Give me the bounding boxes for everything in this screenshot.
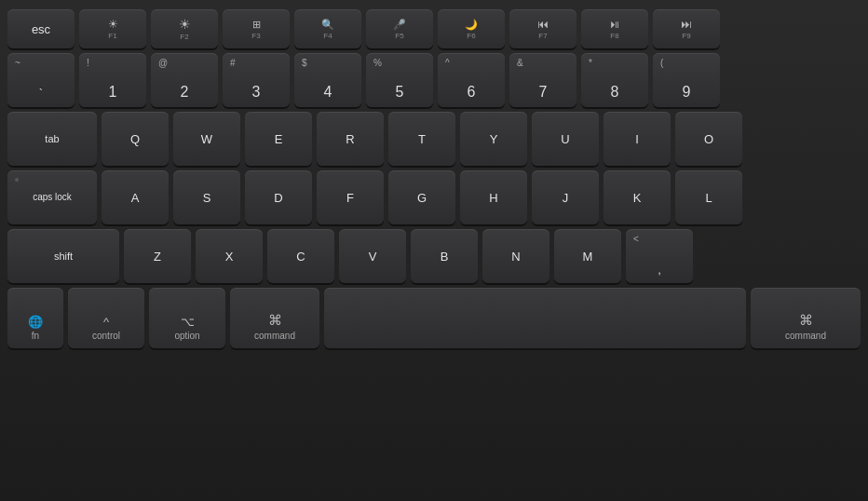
key9-bottom: 9 (683, 84, 691, 101)
key-a[interactable]: A (102, 170, 169, 224)
t-label: T (418, 133, 426, 145)
f9-label: F9 (682, 32, 690, 40)
key5-bottom: 5 (396, 84, 404, 101)
f6-icon: 🌙 (465, 19, 478, 31)
key-control[interactable]: ^ control (68, 288, 144, 348)
f4-icon: 🔍 (321, 19, 334, 31)
key-i[interactable]: I (604, 112, 671, 166)
a-label: A (131, 192, 140, 204)
key-c[interactable]: C (267, 229, 334, 283)
number-row: ~ ` ! 1 @ 2 # 3 $ 4 % 5 ^ 6 & 7 (7, 53, 861, 107)
f2-icon: ☀ (179, 17, 191, 32)
key2-top: @ (158, 59, 168, 68)
key-fn[interactable]: 🌐 fn (7, 288, 63, 348)
x-label: X (225, 250, 234, 263)
key-r[interactable]: R (317, 112, 384, 166)
f3-label: F3 (251, 32, 260, 40)
tab-label: tab (45, 134, 59, 144)
f2-label: F2 (180, 33, 188, 41)
f9-icon: ⏭ (681, 18, 692, 31)
key-z[interactable]: Z (124, 229, 191, 283)
key-j[interactable]: J (532, 170, 599, 224)
asdf-row: caps lock A S D F G H J K L (7, 170, 861, 224)
keyboard: esc ☀ F1 ☀ F2 ⊞ F3 🔍 F4 (0, 0, 868, 501)
f4-label: F4 (323, 32, 332, 40)
v-label: V (369, 250, 377, 263)
key6-top: ^ (445, 59, 450, 68)
key-f8[interactable]: ⏯ F8 (581, 9, 648, 48)
i-label: I (635, 133, 639, 145)
key-u[interactable]: U (532, 112, 599, 166)
key-f6[interactable]: 🌙 F6 (438, 9, 505, 48)
key-f9[interactable]: ⏭ F9 (653, 9, 720, 48)
key6-bottom: 6 (468, 84, 476, 101)
key-shift-left[interactable]: shift (7, 229, 119, 283)
key-comma[interactable]: < , (626, 229, 693, 283)
caps-label: caps lock (33, 193, 72, 202)
key4-top: $ (302, 59, 307, 68)
key-1[interactable]: ! 1 (79, 53, 146, 107)
j-label: J (563, 192, 569, 204)
key-o[interactable]: O (675, 112, 742, 166)
key8-top: * (589, 59, 592, 68)
f5-label: F5 (395, 32, 403, 40)
w-label: W (201, 133, 212, 145)
key4-bottom: 4 (324, 84, 332, 101)
key-7[interactable]: & 7 (509, 53, 576, 107)
key-6[interactable]: ^ 6 (438, 53, 505, 107)
f1-icon: ☀ (108, 18, 118, 31)
key-capslock[interactable]: caps lock (7, 170, 97, 224)
q-label: Q (130, 133, 140, 145)
key-esc[interactable]: esc (7, 9, 75, 48)
globe-icon: 🌐 (28, 315, 43, 329)
key-f4[interactable]: 🔍 F4 (294, 9, 361, 48)
key-e[interactable]: E (245, 112, 312, 166)
key-q[interactable]: Q (102, 112, 169, 166)
m-label: M (583, 250, 593, 263)
key-v[interactable]: V (339, 229, 406, 283)
key-w[interactable]: W (173, 112, 240, 166)
key-m[interactable]: M (554, 229, 621, 283)
key-s[interactable]: S (173, 170, 240, 224)
key-g[interactable]: G (388, 170, 455, 224)
key-option[interactable]: ⌥ option (149, 288, 225, 348)
key-h[interactable]: H (460, 170, 527, 224)
e-label: E (275, 133, 283, 145)
key-f3[interactable]: ⊞ F3 (223, 9, 290, 48)
comma-bottom: , (658, 263, 661, 277)
key-f1[interactable]: ☀ F1 (79, 9, 146, 48)
key-3[interactable]: # 3 (223, 53, 290, 107)
key-l[interactable]: L (675, 170, 742, 224)
key-backtick[interactable]: ~ ` (7, 53, 75, 107)
key-tab[interactable]: tab (7, 112, 97, 166)
key-t[interactable]: T (388, 112, 455, 166)
key-f5[interactable]: 🎤 F5 (366, 9, 433, 48)
f7-icon: ⏮ (537, 18, 549, 31)
key1-top: ! (87, 59, 89, 68)
key-k[interactable]: K (604, 170, 671, 224)
key-n[interactable]: N (482, 229, 549, 283)
key-f[interactable]: F (317, 170, 384, 224)
key-5[interactable]: % 5 (366, 53, 433, 107)
b-label: B (441, 250, 449, 263)
key-x[interactable]: X (196, 229, 263, 283)
f8-icon: ⏯ (609, 18, 620, 31)
key-f2[interactable]: ☀ F2 (151, 9, 218, 48)
key-2[interactable]: @ 2 (151, 53, 218, 107)
key-b[interactable]: B (411, 229, 478, 283)
capslock-indicator (15, 178, 19, 182)
key-8[interactable]: * 8 (581, 53, 648, 107)
backtick-top: ~ (15, 59, 20, 68)
key-command-right[interactable]: ⌘ command (751, 288, 861, 348)
f5-icon: 🎤 (393, 19, 406, 31)
key-command-left[interactable]: ⌘ command (230, 288, 319, 348)
key-f7[interactable]: ⏮ F7 (509, 9, 576, 48)
f8-label: F8 (610, 32, 618, 40)
key-space[interactable] (324, 288, 746, 348)
key-y[interactable]: Y (460, 112, 527, 166)
key-9[interactable]: ( 9 (653, 53, 720, 107)
key-d[interactable]: D (245, 170, 312, 224)
key-4[interactable]: $ 4 (294, 53, 361, 107)
z-label: Z (154, 250, 161, 263)
key1-bottom: 1 (109, 84, 117, 101)
